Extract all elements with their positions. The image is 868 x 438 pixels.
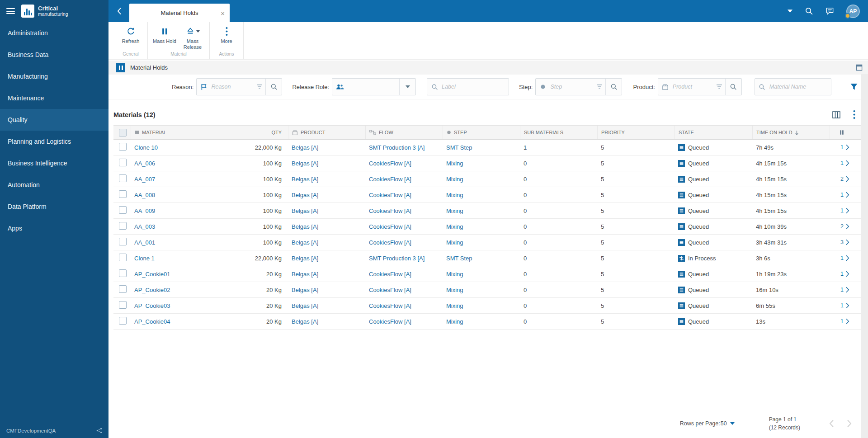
column-chooser-icon[interactable] bbox=[832, 111, 840, 118]
row-checkbox[interactable] bbox=[119, 206, 127, 214]
column-header-state[interactable]: STATE bbox=[675, 126, 752, 139]
product-link[interactable]: Belgas [A] bbox=[292, 192, 318, 198]
product-link[interactable]: Belgas [A] bbox=[292, 302, 318, 309]
material-link[interactable]: AA_009 bbox=[134, 207, 155, 214]
sidebar-item-automation[interactable]: Automation bbox=[0, 174, 108, 196]
material-link[interactable]: Clone 1 bbox=[134, 255, 155, 262]
flow-link[interactable]: CookiesFlow [A] bbox=[369, 239, 411, 246]
material-link[interactable]: AP_Cookie03 bbox=[134, 302, 170, 309]
product-link[interactable]: Belgas [A] bbox=[292, 223, 318, 230]
release-role-dropdown-icon[interactable] bbox=[399, 79, 415, 95]
step-link[interactable]: Mixing bbox=[446, 271, 463, 278]
step-filter-lines-icon[interactable] bbox=[594, 84, 605, 89]
chat-icon[interactable] bbox=[826, 7, 834, 15]
step-link[interactable]: Mixing bbox=[446, 223, 463, 230]
column-header-sub-materials[interactable]: SUB MATERIALS bbox=[520, 126, 597, 139]
sidebar-item-quality[interactable]: Quality bbox=[0, 109, 108, 131]
holds-count[interactable]: 2 bbox=[830, 223, 853, 230]
sidebar-item-administration[interactable]: Administration bbox=[0, 22, 108, 44]
advanced-filter-funnel-icon[interactable] bbox=[850, 83, 858, 91]
select-all-checkbox[interactable] bbox=[119, 129, 127, 137]
step-link[interactable]: Mixing bbox=[446, 160, 463, 167]
row-checkbox[interactable] bbox=[119, 159, 127, 166]
holds-count[interactable]: 1 bbox=[830, 302, 853, 309]
back-icon[interactable] bbox=[108, 0, 129, 22]
grid-options-icon[interactable] bbox=[853, 110, 855, 119]
material-link[interactable]: AP_Cookie02 bbox=[134, 287, 170, 293]
product-link[interactable]: Belgas [A] bbox=[292, 239, 318, 246]
next-page-icon[interactable] bbox=[847, 420, 852, 427]
column-header-step[interactable]: STEP bbox=[443, 126, 520, 139]
tab-close-icon[interactable]: × bbox=[221, 9, 225, 16]
refresh-button[interactable]: Refresh bbox=[118, 26, 144, 44]
material-link[interactable]: AA_003 bbox=[134, 223, 155, 230]
mass-release-button[interactable]: Mass Release bbox=[179, 26, 206, 50]
step-link[interactable]: Mixing bbox=[446, 239, 463, 246]
flow-link[interactable]: SMT Production 3 [A] bbox=[369, 255, 425, 262]
sidebar-item-manufacturing[interactable]: Manufacturing bbox=[0, 66, 108, 87]
tab-material-holds[interactable]: Material Holds × bbox=[129, 4, 230, 22]
popout-icon[interactable] bbox=[856, 64, 863, 71]
column-header-flow[interactable]: FLOW bbox=[365, 126, 443, 139]
flow-link[interactable]: CookiesFlow [A] bbox=[369, 192, 411, 198]
column-header-qty[interactable]: QTY bbox=[210, 126, 288, 139]
flow-link[interactable]: CookiesFlow [A] bbox=[369, 302, 411, 309]
holds-count[interactable]: 2 bbox=[830, 176, 853, 182]
holds-count[interactable]: 3 bbox=[830, 239, 853, 245]
step-filter-field[interactable] bbox=[535, 78, 622, 95]
column-header-material[interactable]: MATERIAL bbox=[131, 126, 210, 139]
material-link[interactable]: AP_Cookie04 bbox=[134, 318, 170, 325]
reason-search-icon[interactable] bbox=[265, 79, 282, 95]
flow-link[interactable]: CookiesFlow [A] bbox=[369, 176, 411, 183]
step-link[interactable]: Mixing bbox=[446, 207, 463, 214]
more-button[interactable]: More bbox=[213, 26, 240, 44]
sidebar-item-business-intelligence[interactable]: Business Intelligence bbox=[0, 152, 108, 174]
material-name-field[interactable] bbox=[755, 78, 831, 95]
sidebar-item-apps[interactable]: Apps bbox=[0, 217, 108, 239]
rows-per-page-selector[interactable]: Rows per Page:50 bbox=[680, 420, 735, 427]
product-search-icon[interactable] bbox=[725, 79, 741, 95]
product-filter-lines-icon[interactable] bbox=[713, 84, 725, 89]
flow-link[interactable]: CookiesFlow [A] bbox=[369, 223, 411, 230]
previous-page-icon[interactable] bbox=[829, 420, 834, 427]
sidebar-item-planning-and-logistics[interactable]: Planning and Logistics bbox=[0, 131, 108, 152]
step-search-icon[interactable] bbox=[605, 79, 622, 95]
step-input[interactable] bbox=[550, 84, 594, 90]
flow-link[interactable]: CookiesFlow [A] bbox=[369, 207, 411, 214]
holds-count[interactable]: 1 bbox=[830, 287, 853, 293]
flow-link[interactable]: SMT Production 3 [A] bbox=[369, 144, 425, 151]
flow-link[interactable]: CookiesFlow [A] bbox=[369, 318, 411, 325]
product-link[interactable]: Belgas [A] bbox=[292, 176, 318, 183]
row-checkbox[interactable] bbox=[119, 143, 127, 151]
row-checkbox[interactable] bbox=[119, 190, 127, 198]
product-link[interactable]: Belgas [A] bbox=[292, 271, 318, 278]
product-link[interactable]: Belgas [A] bbox=[292, 318, 318, 325]
flow-link[interactable]: CookiesFlow [A] bbox=[369, 271, 411, 278]
product-link[interactable]: Belgas [A] bbox=[292, 144, 318, 151]
step-link[interactable]: SMT Step bbox=[446, 144, 472, 151]
sidebar-item-business-data[interactable]: Business Data bbox=[0, 44, 108, 66]
product-filter-field[interactable] bbox=[658, 78, 742, 95]
mass-hold-button[interactable]: Mass Hold bbox=[151, 26, 178, 44]
row-checkbox[interactable] bbox=[119, 222, 127, 230]
material-link[interactable]: AA_008 bbox=[134, 192, 155, 198]
step-link[interactable]: Mixing bbox=[446, 192, 463, 198]
label-search-field[interactable] bbox=[427, 78, 509, 95]
release-role-field[interactable] bbox=[332, 78, 416, 95]
product-link[interactable]: Belgas [A] bbox=[292, 160, 318, 167]
product-link[interactable]: Belgas [A] bbox=[292, 287, 318, 293]
product-link[interactable]: Belgas [A] bbox=[292, 207, 318, 214]
row-checkbox[interactable] bbox=[119, 285, 127, 293]
holds-count[interactable]: 1 bbox=[830, 160, 853, 166]
material-link[interactable]: AA_006 bbox=[134, 160, 155, 167]
row-checkbox[interactable] bbox=[119, 301, 127, 309]
material-link[interactable]: AP_Cookie01 bbox=[134, 271, 170, 278]
avatar[interactable]: AP bbox=[846, 5, 860, 18]
step-link[interactable]: Mixing bbox=[446, 287, 463, 293]
holds-count[interactable]: 1 bbox=[830, 255, 853, 261]
chevron-down-icon[interactable] bbox=[788, 9, 793, 13]
row-checkbox[interactable] bbox=[119, 238, 127, 245]
step-link[interactable]: SMT Step bbox=[446, 255, 472, 262]
sidebar-item-maintenance[interactable]: Maintenance bbox=[0, 87, 108, 109]
reason-filter-lines-icon[interactable] bbox=[254, 84, 265, 89]
